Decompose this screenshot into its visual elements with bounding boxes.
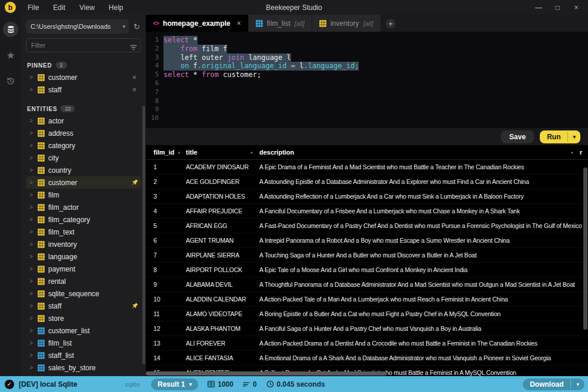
- cell-description[interactable]: A Astounding Epistle of a Database Admin…: [259, 178, 588, 185]
- entity-item-staff[interactable]: >staff: [26, 300, 141, 312]
- entity-item-payment[interactable]: >payment: [26, 263, 141, 275]
- entity-item-film[interactable]: >film: [26, 189, 141, 201]
- cell-film-id[interactable]: 8: [146, 266, 186, 273]
- cell-film-id[interactable]: 12: [146, 325, 186, 332]
- cell-description[interactable]: A Thoughtful Panorama of a Database Admi…: [259, 281, 588, 288]
- cell-title[interactable]: ALASKA PHANTOM: [186, 325, 259, 332]
- cell-description[interactable]: A Astounding Reflection of a Lumberjack …: [259, 193, 588, 200]
- cell-film-id[interactable]: 14: [146, 354, 186, 361]
- cell-title[interactable]: ALAMO VIDEOTAPE: [186, 310, 259, 317]
- sidebar-scrollbar[interactable]: [142, 106, 145, 364]
- table-row[interactable]: 11ALAMO VIDEOTAPEA Boring Epistle of a B…: [146, 307, 588, 321]
- chevron-right-icon[interactable]: >: [29, 74, 34, 81]
- cell-title[interactable]: AIRPORT POLLOCK: [186, 266, 259, 273]
- cell-title[interactable]: ALADDIN CALENDAR: [186, 296, 259, 303]
- vertical-scrollbar[interactable]: [583, 167, 587, 330]
- tab-homepage_example[interactable]: <>homepage_example×: [146, 15, 248, 32]
- entity-item-film_text[interactable]: >film_text: [26, 226, 141, 238]
- table-row[interactable]: 6AGENT TRUMANA Intrepid Panorama of a Ro…: [146, 233, 588, 248]
- chevron-right-icon[interactable]: >: [29, 253, 34, 260]
- entity-item-inventory[interactable]: >inventory: [26, 238, 141, 250]
- entity-item-category[interactable]: >category: [26, 139, 141, 152]
- cell-title[interactable]: ADAPTATION HOLES: [186, 193, 259, 200]
- column-header-description[interactable]: description ▲: [259, 149, 580, 156]
- chevron-right-icon[interactable]: >: [29, 303, 34, 309]
- cell-film-id[interactable]: 2: [146, 178, 186, 185]
- entity-item-store[interactable]: >store: [26, 312, 141, 324]
- cell-film-id[interactable]: 7: [146, 252, 186, 259]
- chevron-right-icon[interactable]: >: [29, 204, 34, 210]
- maximize-button[interactable]: □: [549, 2, 566, 13]
- table-row[interactable]: 8AIRPORT POLLOCKA Epic Tale of a Moose A…: [146, 263, 588, 277]
- cell-title[interactable]: AGENT TRUMAN: [186, 237, 259, 244]
- entity-item-film_actor[interactable]: >film_actor: [26, 201, 141, 213]
- entity-item-address[interactable]: >address: [26, 127, 141, 139]
- chevron-right-icon[interactable]: >: [29, 130, 34, 136]
- menu-view[interactable]: View: [74, 2, 101, 13]
- table-row[interactable]: 13ALI FOREVERA Action-Packed Drama of a …: [146, 336, 588, 351]
- chevron-right-icon[interactable]: >: [29, 229, 34, 235]
- connection-select[interactable]: C:\Users\ghstng\Downloads ▾: [26, 19, 129, 33]
- history-icon[interactable]: [3, 73, 18, 89]
- cell-film-id[interactable]: 1: [146, 163, 186, 170]
- entity-item-sales_by_store[interactable]: >sales_by_store: [26, 361, 141, 374]
- table-row[interactable]: 2ACE GOLDFINGERA Astounding Epistle of a…: [146, 175, 588, 189]
- filter-input[interactable]: [26, 38, 141, 52]
- cell-title[interactable]: ALI FOREVER: [186, 340, 259, 347]
- chevron-right-icon[interactable]: >: [29, 290, 34, 297]
- cell-description[interactable]: A Fanciful Saga of a Hunter And a Pastry…: [259, 325, 588, 332]
- cell-description[interactable]: A Fast-Paced Documentary of a Pastry Che…: [259, 222, 588, 229]
- sort-asc-icon[interactable]: ▲: [250, 150, 253, 154]
- entity-item-country[interactable]: >country: [26, 164, 141, 176]
- entity-item-rental[interactable]: >rental: [26, 275, 141, 287]
- entity-item-customer[interactable]: >customer: [26, 176, 141, 189]
- download-button[interactable]: Download: [523, 378, 570, 390]
- cell-title[interactable]: ALABAMA DEVIL: [186, 281, 259, 288]
- cell-film-id[interactable]: 10: [146, 296, 186, 303]
- save-button[interactable]: Save: [501, 130, 534, 143]
- result-selector[interactable]: Result 1 ▾: [151, 378, 198, 390]
- cell-description[interactable]: A Epic Drama of a Feminist And a Mad Sci…: [259, 163, 588, 170]
- menu-edit[interactable]: Edit: [47, 2, 71, 13]
- table-row[interactable]: 4AFFAIR PREJUDICEA Fanciful Documentary …: [146, 204, 588, 219]
- cell-title[interactable]: AFFAIR PREJUDICE: [186, 207, 259, 215]
- entity-item-actor[interactable]: >actor: [26, 115, 141, 127]
- table-row[interactable]: 9ALABAMA DEVILA Thoughtful Panorama of a…: [146, 277, 588, 292]
- chevron-right-icon[interactable]: >: [29, 340, 34, 346]
- cell-description[interactable]: A Touching Saga of a Hunter And a Butler…: [259, 252, 588, 259]
- refresh-icon[interactable]: ↻: [132, 22, 141, 31]
- chevron-right-icon[interactable]: >: [29, 155, 34, 161]
- table-row[interactable]: 10ALADDIN CALENDARA Action-Packed Tale o…: [146, 292, 588, 307]
- close-tab-icon[interactable]: ×: [237, 19, 241, 28]
- chevron-right-icon[interactable]: >: [29, 179, 34, 186]
- column-header-film-id[interactable]: film_id ▲: [146, 149, 186, 156]
- table-row[interactable]: 7AIRPLANE SIERRAA Touching Saga of a Hun…: [146, 248, 588, 263]
- cell-title[interactable]: ALICE FANTASIA: [186, 354, 259, 361]
- pinned-item-staff[interactable]: >staff×: [26, 83, 141, 96]
- download-options-caret-icon[interactable]: ▾: [570, 378, 584, 390]
- entity-item-language[interactable]: >language: [26, 250, 141, 263]
- chevron-right-icon[interactable]: >: [29, 142, 34, 149]
- cell-film-id[interactable]: 5: [146, 222, 186, 229]
- cell-film-id[interactable]: 3: [146, 193, 186, 200]
- unpin-icon[interactable]: ×: [130, 86, 139, 94]
- cell-description[interactable]: A Action-Packed Drama of a Dentist And a…: [259, 340, 588, 347]
- chevron-right-icon[interactable]: >: [29, 364, 34, 371]
- entity-item-customer_list[interactable]: >customer_list: [26, 324, 141, 337]
- cell-description[interactable]: A Intrepid Panorama of a Robot And a Boy…: [259, 237, 588, 244]
- favorites-icon[interactable]: ★: [3, 48, 18, 63]
- menu-file[interactable]: File: [22, 2, 45, 13]
- horizontal-scrollbar[interactable]: [146, 371, 387, 376]
- column-header-title[interactable]: title ▲: [186, 149, 259, 156]
- entity-item-film_list[interactable]: >film_list: [26, 337, 141, 349]
- chevron-right-icon[interactable]: >: [29, 352, 34, 359]
- sql-editor[interactable]: 1select *2 from film f3 left outer join …: [146, 32, 588, 128]
- cell-title[interactable]: ACADEMY DINOSAUR: [186, 163, 259, 170]
- entity-item-city[interactable]: >city: [26, 152, 141, 164]
- cell-film-id[interactable]: 13: [146, 340, 186, 347]
- run-options-caret-icon[interactable]: ▾: [567, 132, 580, 142]
- cell-title[interactable]: AFRICAN EGG: [186, 222, 259, 229]
- minimize-button[interactable]: —: [530, 2, 547, 13]
- chevron-right-icon[interactable]: >: [29, 266, 34, 272]
- entity-item-staff_list[interactable]: >staff_list: [26, 349, 141, 361]
